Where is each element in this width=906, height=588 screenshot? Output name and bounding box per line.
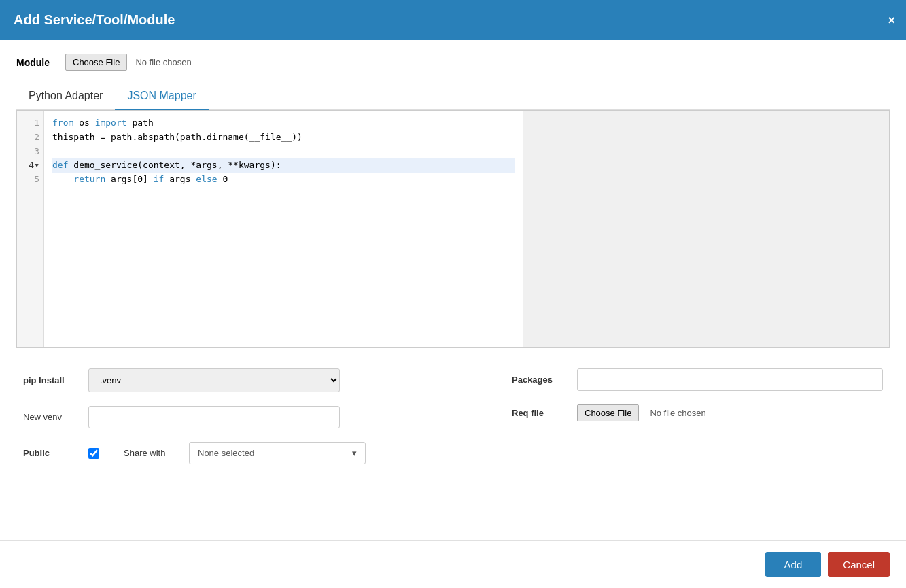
code-editor-container: 1 2 3 4▾ 5 from os import path thispath … (16, 110, 890, 348)
tab-python-adapter[interactable]: Python Adapter (16, 83, 115, 110)
packages-label: Packages (512, 375, 566, 385)
modal-body: Module Choose File No file chosen Python… (0, 40, 906, 540)
right-panel (523, 111, 889, 347)
code-line-4: def demo_service(context, *args, **kwarg… (52, 158, 515, 173)
new-venv-label: New venv (23, 412, 77, 422)
line-num-5: 5 (24, 173, 39, 187)
pip-install-select[interactable]: .venv venv global (88, 368, 340, 392)
new-venv-row: New venv (23, 406, 512, 428)
close-icon[interactable]: × (888, 13, 895, 27)
add-button[interactable]: Add (765, 552, 822, 577)
code-line-5: return args[0] if args else 0 (52, 173, 515, 187)
line-num-2: 2 (24, 131, 39, 145)
packages-input[interactable] (577, 368, 883, 391)
req-file-label: Req file (512, 408, 566, 418)
share-with-value: None selected (198, 448, 254, 458)
packages-row: Packages (512, 368, 883, 391)
right-col: Packages Req file Choose File No file ch… (512, 368, 883, 421)
tabs: Python Adapter JSON Mapper (16, 83, 890, 110)
cancel-button[interactable]: Cancel (828, 552, 890, 577)
module-no-file-label: No file chosen (135, 57, 191, 67)
left-col: pip Install .venv venv global New venv P… (23, 368, 512, 464)
share-with-dropdown[interactable]: None selected ▾ (189, 442, 366, 464)
modal: Add Service/Tool/Module × Module Choose … (0, 0, 906, 588)
module-label: Module (16, 57, 57, 68)
req-file-row: Req file Choose File No file chosen (512, 404, 883, 421)
line-num-4: 4▾ (24, 158, 39, 173)
req-file-no-chosen: No file chosen (650, 408, 705, 418)
share-with-arrow-icon: ▾ (352, 448, 357, 458)
code-area[interactable]: from os import path thispath = path.absp… (44, 111, 523, 347)
public-checkbox-label (88, 448, 99, 459)
code-line-3 (52, 145, 515, 159)
modal-footer: Add Cancel (0, 540, 906, 588)
req-file-choose-button[interactable]: Choose File (577, 404, 639, 421)
form-section: pip Install .venv venv global New venv P… (16, 368, 890, 464)
line-num-3: 3 (24, 145, 39, 159)
modal-title: Add Service/Tool/Module (14, 12, 175, 27)
line-numbers: 1 2 3 4▾ 5 (17, 111, 44, 347)
tab-json-mapper[interactable]: JSON Mapper (115, 83, 208, 110)
public-row: Public Share with None selected ▾ (23, 442, 512, 464)
new-venv-input[interactable] (88, 406, 340, 428)
pip-install-row: pip Install .venv venv global (23, 368, 512, 392)
share-with-label: Share with (124, 448, 178, 458)
code-line-1: from os import path (52, 116, 515, 131)
pip-install-label: pip Install (23, 375, 77, 385)
module-row: Module Choose File No file chosen (16, 54, 890, 71)
modal-header: Add Service/Tool/Module × (0, 0, 906, 40)
public-label: Public (23, 448, 77, 458)
two-col-form: pip Install .venv venv global New venv P… (23, 368, 883, 464)
code-line-2: thispath = path.abspath(path.dirname(__f… (52, 131, 515, 145)
public-checkbox[interactable] (88, 448, 99, 459)
module-choose-file-button[interactable]: Choose File (65, 54, 127, 71)
line-num-1: 1 (24, 116, 39, 131)
